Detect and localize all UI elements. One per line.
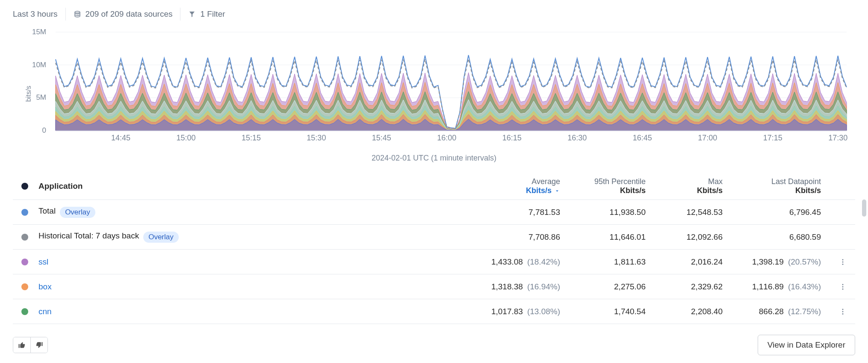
metric-cell: 11,938.50: [560, 208, 646, 217]
thumbs-down-icon: [35, 341, 43, 349]
col-max[interactable]: Max Kbits/s: [646, 177, 723, 195]
legend-dot: [21, 308, 28, 315]
x-tick: 16:00: [437, 134, 456, 143]
row-menu-button[interactable]: [838, 282, 847, 292]
svg-point-12: [842, 313, 844, 314]
application-name[interactable]: box: [38, 282, 52, 291]
database-icon: [74, 10, 81, 18]
y-tick: 5M: [16, 93, 46, 102]
thumbs-up-icon: [18, 341, 26, 349]
scrollbar-thumb[interactable]: [862, 199, 866, 217]
x-tick: 16:30: [567, 134, 587, 143]
metric-cell: 6,796.45: [723, 208, 838, 217]
metric-cell: 6,680.59: [723, 232, 838, 242]
filter-label: 1 Filter: [200, 9, 225, 19]
table-row[interactable]: Historical Total: 7 days backOverlay7,70…: [13, 225, 855, 250]
feedback-buttons: [13, 337, 48, 353]
col-p95[interactable]: 95th Percentile Kbits/s: [560, 177, 646, 195]
data-sources-label: 209 of 209 data sources: [86, 9, 173, 19]
col-last[interactable]: Last Datapoint Kbits/s: [723, 177, 838, 195]
legend-dot: [21, 283, 28, 290]
svg-point-11: [842, 311, 844, 312]
x-tick: 17:30: [828, 134, 847, 143]
x-tick: 15:00: [176, 134, 195, 143]
metric-cell: 12,092.66: [646, 232, 723, 242]
svg-point-10: [842, 309, 844, 310]
view-in-data-explorer-button[interactable]: View in Data Explorer: [758, 335, 855, 355]
metric-cell: 2,016.24: [646, 257, 723, 267]
legend-dot: [21, 234, 28, 241]
metric-cell: 7,781.53: [475, 208, 560, 217]
y-tick: 15M: [16, 28, 46, 36]
application-name[interactable]: ssl: [38, 257, 48, 266]
overlay-badge: Overlay: [60, 207, 95, 218]
overlay-badge: Overlay: [143, 232, 179, 243]
x-tick: 14:45: [111, 134, 130, 143]
table-row[interactable]: box1,318.38(16.94%)2,275.062,329.621,116…: [13, 274, 855, 299]
application-name: Historical Total: 7 days back: [38, 231, 139, 240]
sort-average[interactable]: Kbits/s: [526, 186, 560, 195]
chevron-down-icon: [554, 188, 560, 194]
x-tick: 16:15: [502, 134, 522, 143]
row-menu-button[interactable]: [838, 307, 847, 316]
legend-dot: [21, 209, 28, 216]
svg-point-5: [842, 261, 844, 262]
table-row[interactable]: ssl1,433.08(18.42%)1,811.632,016.241,398…: [13, 250, 855, 274]
metric-cell: 1,433.08(18.42%): [475, 257, 560, 267]
table-row[interactable]: cnn1,017.83(13.08%)1,740.542,208.40866.2…: [13, 299, 855, 324]
application-name[interactable]: cnn: [38, 307, 52, 316]
x-tick: 15:45: [372, 134, 391, 143]
thumbs-up-button[interactable]: [13, 337, 30, 353]
svg-point-6: [842, 263, 844, 265]
row-menu-button[interactable]: [838, 257, 847, 267]
filter-count[interactable]: 1 Filter: [180, 8, 233, 21]
legend-dot: [21, 259, 28, 265]
x-tick: 15:30: [307, 134, 326, 143]
legend-dot-header: [21, 183, 28, 190]
y-tick: 10M: [16, 61, 46, 69]
x-axis-label: 2024-02-01 UTC (1 minute intervals): [13, 154, 855, 163]
col-application[interactable]: Application: [38, 182, 475, 191]
application-name: Total: [38, 206, 56, 215]
metric-cell: 866.28(12.75%): [723, 307, 838, 316]
svg-point-4: [842, 259, 844, 260]
thumbs-down-button[interactable]: [30, 337, 47, 353]
kebab-icon: [839, 308, 847, 315]
svg-point-9: [842, 288, 844, 289]
metric-cell: 1,116.89(16.43%): [723, 282, 838, 292]
traffic-chart[interactable]: bits/s 05M10M15M 14:4515:0015:1515:3015:…: [13, 30, 855, 163]
time-range-filter[interactable]: Last 3 hours: [13, 8, 66, 21]
time-range-label: Last 3 hours: [13, 9, 58, 19]
svg-point-7: [842, 284, 844, 285]
metric-cell: 1,811.63: [560, 257, 646, 267]
y-tick: 0: [16, 126, 46, 135]
x-tick: 17:00: [698, 134, 717, 143]
table-header: Application Average Kbits/s 95th Percent…: [13, 175, 855, 200]
data-sources-filter[interactable]: 209 of 209 data sources: [66, 8, 181, 21]
metric-cell: 7,708.86: [475, 232, 560, 242]
footer: View in Data Explorer: [13, 335, 855, 355]
funnel-icon: [188, 10, 196, 18]
metric-cell: 1,318.38(16.94%): [475, 282, 560, 292]
metric-cell: 1,740.54: [560, 307, 646, 316]
applications-table: Application Average Kbits/s 95th Percent…: [13, 175, 855, 324]
metric-cell: 11,646.01: [560, 232, 646, 242]
x-tick: 16:45: [633, 134, 652, 143]
x-tick: 17:15: [763, 134, 782, 143]
metric-cell: 2,329.62: [646, 282, 723, 292]
filter-bar: Last 3 hours 209 of 209 data sources 1 F…: [13, 8, 855, 21]
metric-cell: 1,017.83(13.08%): [475, 307, 560, 316]
table-row[interactable]: TotalOverlay7,781.5311,938.5012,548.536,…: [13, 200, 855, 225]
svg-point-8: [842, 286, 844, 287]
kebab-icon: [839, 283, 847, 291]
metric-cell: 12,548.53: [646, 208, 723, 217]
metric-cell: 2,275.06: [560, 282, 646, 292]
chart-svg: [13, 30, 851, 146]
col-average[interactable]: Average Kbits/s: [475, 177, 560, 195]
metric-cell: 1,398.19(20.57%): [723, 257, 838, 267]
kebab-icon: [839, 258, 847, 266]
metric-cell: 2,208.40: [646, 307, 723, 316]
x-tick: 15:15: [242, 134, 261, 143]
